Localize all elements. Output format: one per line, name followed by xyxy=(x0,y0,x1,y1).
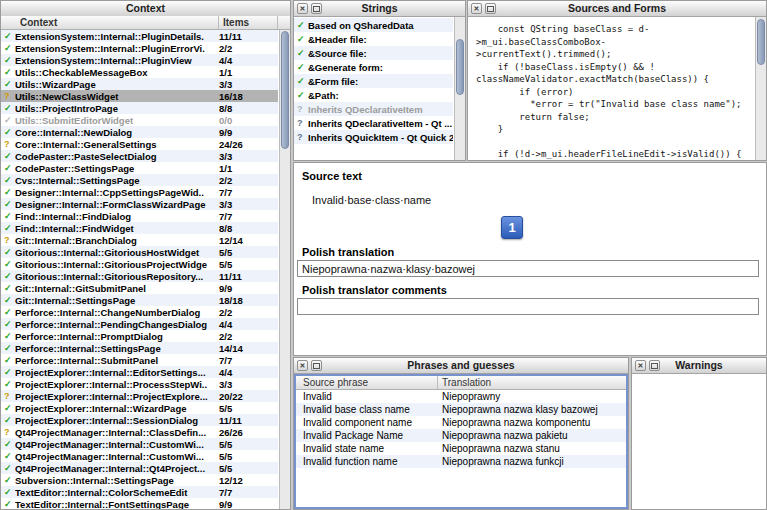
context-row[interactable]: Core::Internal::GeneralSettings 24/26 xyxy=(1,138,278,150)
translation-status-icon xyxy=(1,103,15,114)
column-header-context[interactable]: Context xyxy=(1,16,219,29)
translator-comments-input[interactable] xyxy=(297,298,759,315)
string-row[interactable]: Inherits QDeclarativeItem xyxy=(294,102,453,116)
float-icon[interactable] xyxy=(649,360,660,371)
close-icon[interactable] xyxy=(471,3,482,14)
phrase-row[interactable]: Invalid Package Name Niepoprawna nazwa p… xyxy=(296,429,626,442)
context-row[interactable]: Perforce::Internal::SettingsPage 14/14 xyxy=(1,342,278,354)
column-header-translation[interactable]: Translation xyxy=(438,376,626,389)
string-status-icon xyxy=(294,90,308,101)
context-items-count: 4/4 xyxy=(219,55,278,66)
column-header-source-phrase[interactable]: Source phrase xyxy=(296,376,438,389)
translator-comments-label: Polish translator comments xyxy=(302,284,447,296)
close-icon[interactable] xyxy=(297,3,308,14)
string-status-icon xyxy=(294,20,308,31)
phrase-row[interactable]: Invalid component name Niepoprawna nazwa… xyxy=(296,416,626,429)
context-items-count: 1/1 xyxy=(219,67,278,78)
context-name: Gitorious::Internal::GitoriousProjectWid… xyxy=(15,259,219,270)
context-row[interactable]: Perforce::Internal::ChangeNumberDialog 2… xyxy=(1,306,278,318)
context-row[interactable]: Utils::ProjectIntroPage 8/8 xyxy=(1,102,278,114)
context-row[interactable]: Gitorious::Internal::GitoriousHostWidget… xyxy=(1,246,278,258)
context-row[interactable]: Designer::Internal::CppSettingsPageWid..… xyxy=(1,186,278,198)
context-row[interactable]: Qt4ProjectManager::Internal::CustomWi...… xyxy=(1,450,278,462)
context-items-count: 4/4 xyxy=(219,319,278,330)
phrase-row[interactable]: Invalid state name Niepoprawna nazwa sta… xyxy=(296,442,626,455)
context-scrollbar-thumb[interactable] xyxy=(281,31,289,149)
phrase-row[interactable]: Invalid function name Niepoprawna nazwa … xyxy=(296,455,626,468)
context-row[interactable]: Perforce::Internal::PromptDialog 2/2 xyxy=(1,330,278,342)
float-icon[interactable] xyxy=(485,3,496,14)
float-icon[interactable] xyxy=(311,360,322,371)
string-status-icon xyxy=(294,62,308,73)
context-items-count: 2/2 xyxy=(219,331,278,342)
context-row[interactable]: Gitorious::Internal::GitoriousProjectWid… xyxy=(1,258,278,270)
context-row[interactable]: ProjectExplorer::Internal::ProjectExplor… xyxy=(1,390,278,402)
context-row[interactable]: ProjectExplorer::Internal::EditorSetting… xyxy=(1,366,278,378)
context-name: ExtensionSystem::Internal::PluginDetails… xyxy=(15,31,219,42)
translation-status-icon xyxy=(1,427,15,438)
context-row[interactable]: Utils::WizardPage 3/3 xyxy=(1,78,278,90)
context-row[interactable]: Utils::SubmitEditorWidget 0/0 xyxy=(1,114,278,126)
strings-scrollbar[interactable] xyxy=(454,17,465,160)
string-status-icon xyxy=(294,76,308,87)
context-row[interactable]: ExtensionSystem::Internal::PluginErrorVi… xyxy=(1,42,278,54)
strings-panel-titlebar: Strings xyxy=(294,1,465,17)
context-row[interactable]: Perforce::Internal::PendingChangesDialog… xyxy=(1,318,278,330)
float-icon[interactable] xyxy=(311,3,322,14)
context-row[interactable]: CodePaster::PasteSelectDialog 3/3 xyxy=(1,150,278,162)
string-row[interactable]: &Source file: xyxy=(294,46,453,60)
context-row[interactable]: Subversion::Internal::SettingsPage 12/12 xyxy=(1,474,278,486)
context-name: ProjectExplorer::Internal::EditorSetting… xyxy=(15,367,219,378)
context-row[interactable]: Gitorious::Internal::GitoriousRepository… xyxy=(1,270,278,282)
phrase-translation: Niepoprawna nazwa komponentu xyxy=(438,417,626,428)
context-row[interactable]: Core::Internal::NewDialog 9/9 xyxy=(1,126,278,138)
translation-status-icon xyxy=(1,223,15,234)
context-row[interactable]: ProjectExplorer::Internal::ProcessStepWi… xyxy=(1,378,278,390)
context-row[interactable]: Cvs::Internal::SettingsPage 2/2 xyxy=(1,174,278,186)
context-row[interactable]: Qt4ProjectManager::Internal::ClassDefin.… xyxy=(1,426,278,438)
string-row[interactable]: &Header file: xyxy=(294,32,453,46)
strings-scrollbar-thumb[interactable] xyxy=(456,39,464,95)
string-row[interactable]: &Form file: xyxy=(294,74,453,88)
context-row[interactable]: Utils::CheckableMessageBox 1/1 xyxy=(1,66,278,78)
context-row[interactable]: Find::Internal::FindDialog 7/7 xyxy=(1,210,278,222)
column-header-items[interactable]: Items xyxy=(219,16,278,29)
string-text: &Source file: xyxy=(308,48,453,59)
phrase-row[interactable]: Invalid Niepoprawny xyxy=(296,390,626,403)
context-row[interactable]: TextEditor::Internal::ColorSchemeEdit 7/… xyxy=(1,486,278,498)
context-row[interactable]: Utils::NewClassWidget 16/18 xyxy=(1,90,278,102)
sources-scrollbar-thumb[interactable] xyxy=(757,19,765,65)
context-name: Gitorious::Internal::GitoriousRepository… xyxy=(15,271,219,282)
string-row[interactable]: &Path: xyxy=(294,88,453,102)
context-row[interactable]: ProjectExplorer::Internal::WizardPage 5/… xyxy=(1,402,278,414)
context-row[interactable]: Perforce::Internal::SubmitPanel 7/7 xyxy=(1,354,278,366)
string-row[interactable]: Inherits QDeclarativeItem - Qt ... xyxy=(294,116,453,130)
context-items-count: 11/11 xyxy=(219,31,278,42)
context-row[interactable]: Find::Internal::FindWidget 8/8 xyxy=(1,222,278,234)
close-icon[interactable] xyxy=(297,360,308,371)
context-row[interactable]: ExtensionSystem::Internal::PluginView 4/… xyxy=(1,54,278,66)
translation-status-icon xyxy=(1,247,15,258)
context-row[interactable]: ProjectExplorer::Internal::SessionDialog… xyxy=(1,414,278,426)
context-name: Qt4ProjectManager::Internal::CustomWi... xyxy=(15,439,219,450)
context-row[interactable]: Git::Internal::BranchDialog 12/14 xyxy=(1,234,278,246)
phrase-row[interactable]: Invalid base class name Niepoprawna nazw… xyxy=(296,403,626,416)
string-row[interactable]: Based on QSharedData xyxy=(294,18,453,32)
context-row[interactable]: Qt4ProjectManager::Internal::CustomWi...… xyxy=(1,438,278,450)
context-row[interactable]: CodePaster::SettingsPage 1/1 xyxy=(1,162,278,174)
string-row[interactable]: Inherits QQuickItem - Qt Quick 2 xyxy=(294,130,453,144)
string-row[interactable]: &Generate form: xyxy=(294,60,453,74)
context-row[interactable]: Qt4ProjectManager::Internal::Qt4Project.… xyxy=(1,462,278,474)
translation-input[interactable] xyxy=(297,260,759,277)
context-row[interactable]: Git::Internal::GitSubmitPanel 9/9 xyxy=(1,282,278,294)
close-icon[interactable] xyxy=(635,360,646,371)
context-row[interactable]: Designer::Internal::FormClassWizardPage … xyxy=(1,198,278,210)
context-row[interactable]: TextEditor::Internal::FontSettingsPage 9… xyxy=(1,498,278,509)
warnings-panel-title: Warnings xyxy=(675,359,722,371)
phrase-source: Invalid xyxy=(296,391,438,402)
context-items-count: 8/8 xyxy=(219,223,278,234)
context-row[interactable]: Git::Internal::SettingsPage 18/18 xyxy=(1,294,278,306)
sources-scrollbar[interactable] xyxy=(755,17,766,160)
context-row[interactable]: ExtensionSystem::Internal::PluginDetails… xyxy=(1,30,278,42)
context-scrollbar[interactable] xyxy=(279,30,290,509)
